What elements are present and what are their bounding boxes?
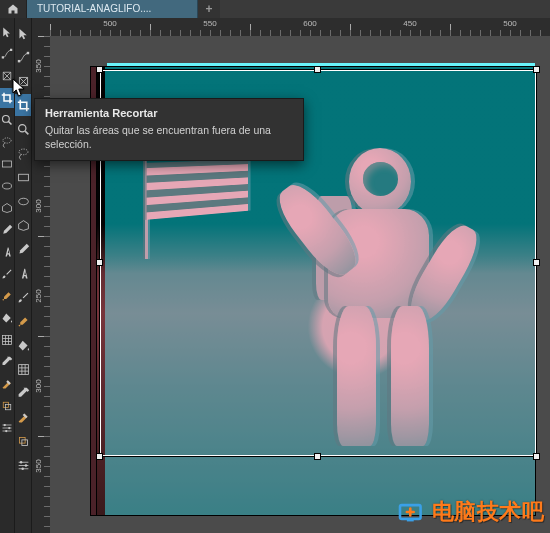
svg-point-24 (24, 464, 26, 466)
svg-point-5 (3, 183, 12, 189)
svg-point-23 (19, 461, 21, 463)
ruler-h-label: 500 (503, 19, 516, 28)
clone-tool[interactable] (0, 396, 14, 416)
tooltip-body: Quitar las áreas que se encuentran fuera… (45, 123, 293, 151)
zoom-tool[interactable] (0, 110, 14, 130)
svg-point-18 (18, 198, 28, 205)
pen-icon (1, 224, 13, 236)
freehand-select-tool-2[interactable] (15, 142, 31, 164)
svg-point-19 (18, 324, 20, 326)
pattern-icon (17, 363, 30, 376)
freehand-select-tool[interactable] (0, 132, 14, 152)
text-tool-2[interactable] (15, 262, 31, 284)
document-tab-active[interactable]: TUTORIAL-ANAGLIFO.... (27, 0, 198, 18)
sliders-icon (17, 459, 30, 472)
bucket-icon (1, 312, 13, 324)
deform-icon (1, 70, 13, 82)
ruler-h-label: 500 (103, 19, 116, 28)
pen-icon (17, 243, 30, 256)
shape-tool-2[interactable] (15, 214, 31, 236)
move-tool[interactable] (0, 22, 14, 42)
svg-point-16 (19, 149, 28, 155)
rectangle-tool-2[interactable] (15, 166, 31, 188)
ruler-h-label: 450 (403, 19, 416, 28)
svg-rect-4 (3, 161, 12, 167)
eraser-tool[interactable] (0, 374, 14, 394)
rectangle-tool[interactable] (0, 154, 14, 174)
svg-point-3 (3, 138, 11, 143)
crop-tool[interactable] (0, 88, 14, 108)
options-tool-2[interactable] (15, 454, 31, 476)
ruler-h-label: 600 (303, 19, 316, 28)
crop-tool-2[interactable] (15, 94, 31, 116)
node-edit-tool[interactable] (0, 44, 14, 64)
ruler-v-label: 250 (34, 289, 43, 302)
zoom-tool-2[interactable] (15, 118, 31, 140)
canvas-area: 500550600450500 350300300250300350 (32, 18, 550, 533)
airbrush-icon (1, 290, 13, 302)
ellipse-tool-2[interactable] (15, 190, 31, 212)
home-icon (7, 3, 19, 15)
polygon-icon (17, 219, 30, 232)
crop-icon (17, 99, 30, 112)
ellipse-tool[interactable] (0, 176, 14, 196)
pen-tool[interactable] (0, 220, 14, 240)
deform-tool-2[interactable] (15, 70, 31, 92)
ruler-horizontal[interactable]: 500550600450500 (50, 18, 550, 37)
svg-rect-20 (18, 364, 28, 374)
ruler-corner (32, 18, 51, 37)
pen-tool-2[interactable] (15, 238, 31, 260)
ruler-v-label: 300 (34, 379, 43, 392)
text-tool[interactable] (0, 242, 14, 262)
eyedropper-tool-2[interactable] (15, 382, 31, 404)
fill-tool[interactable] (0, 308, 14, 328)
ruler-h-ticks (50, 18, 550, 36)
rectangle-icon (1, 158, 13, 170)
node-icon (17, 51, 30, 64)
tooltip: Herramienta Recortar Quitar las áreas qu… (34, 98, 304, 161)
eyedropper-icon (17, 387, 30, 400)
clone-tool-2[interactable] (15, 430, 31, 452)
airbrush-icon (17, 315, 30, 328)
lasso-icon (1, 136, 13, 148)
options-tool[interactable] (0, 418, 14, 438)
pattern-fill-tool[interactable] (0, 330, 14, 350)
magnifier-icon (17, 123, 30, 136)
eyedropper-icon (1, 356, 13, 368)
eraser-tool-2[interactable] (15, 406, 31, 428)
bucket-icon (17, 339, 30, 352)
move-tool-2[interactable] (15, 22, 31, 44)
home-tab[interactable] (0, 0, 27, 18)
ellipse-icon (1, 180, 13, 192)
eyedropper-tool[interactable] (0, 352, 14, 372)
svg-rect-0 (2, 56, 4, 58)
sliders-icon (1, 422, 13, 434)
pattern-fill-tool-2[interactable] (15, 358, 31, 380)
brush-icon (1, 268, 13, 280)
add-tab-button[interactable]: + (198, 0, 220, 18)
node-edit-tool-2[interactable] (15, 46, 31, 68)
deform-icon (17, 75, 30, 88)
ruler-v-label: 300 (34, 199, 43, 212)
app-root: TUTORIAL-ANAGLIFO.... + (0, 0, 550, 533)
document-tab-label: TUTORIAL-ANAGLIFO.... (37, 0, 151, 18)
airbrush-tool-2[interactable] (15, 310, 31, 332)
ruler-v-label: 350 (34, 459, 43, 472)
eraser-icon (1, 378, 13, 390)
clone-icon (17, 435, 30, 448)
brush-tool[interactable] (0, 264, 14, 284)
node-icon (1, 48, 13, 60)
svg-rect-14 (26, 51, 28, 53)
pointer-icon (17, 27, 30, 40)
svg-point-2 (3, 116, 10, 123)
svg-point-6 (3, 299, 5, 301)
svg-point-12 (5, 430, 7, 432)
svg-rect-1 (10, 49, 12, 51)
deform-tool[interactable] (0, 66, 14, 86)
brush-tool-2[interactable] (15, 286, 31, 308)
fill-tool-2[interactable] (15, 334, 31, 356)
polygon-icon (1, 202, 13, 214)
airbrush-tool[interactable] (0, 286, 14, 306)
crop-icon (1, 92, 13, 104)
shape-tool[interactable] (0, 198, 14, 218)
